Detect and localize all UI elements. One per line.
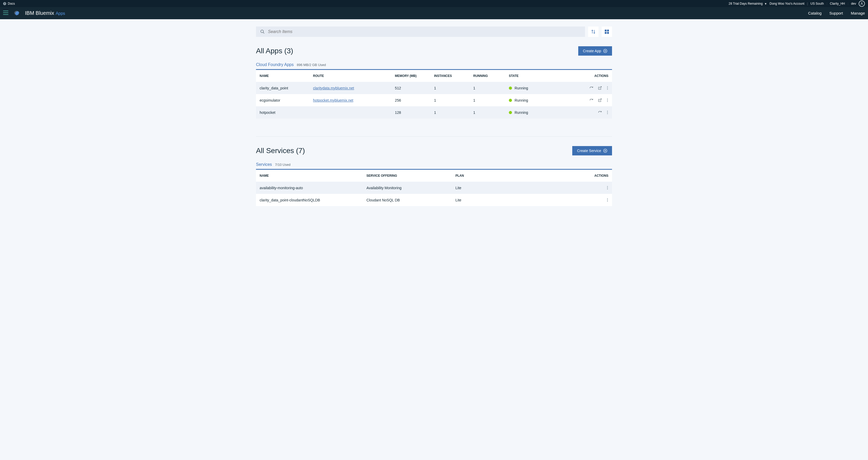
status-dot-icon [509, 87, 512, 90]
cell-running: 1 [470, 94, 505, 106]
space-selector[interactable]: dev [851, 2, 856, 5]
subtab-usage: 7/10 Used [275, 163, 290, 166]
services-section-head: All Services (7) Create Service [256, 146, 612, 155]
svg-point-4 [261, 30, 264, 33]
cell-name: hotpocket [256, 106, 310, 119]
account-name[interactable]: Dong Woo Yoo's Account [770, 2, 804, 5]
subtab-label: Cloud Foundry Apps [256, 62, 294, 67]
sort-icon [591, 29, 596, 34]
plus-circle-icon [603, 49, 607, 53]
search-input[interactable] [268, 29, 581, 34]
search-box[interactable] [256, 27, 585, 37]
table-row[interactable]: hotpocket12811Running [256, 106, 612, 119]
cell-instances: 1 [430, 82, 470, 94]
topbar: ? Docs 28 Trial Days Remaining ▼ Dong Wo… [0, 0, 868, 7]
table-row[interactable]: availability-monitoring-autoAvailability… [256, 182, 612, 194]
cell-instances: 1 [430, 94, 470, 106]
col-actions: ACTIONS [577, 170, 612, 182]
open-url-icon[interactable] [598, 98, 602, 102]
table-row[interactable]: clarity_data_pointclaritydata.mybluemix.… [256, 82, 612, 94]
topbar-right: 28 Trial Days Remaining ▼ Dong Woo Yoo's… [729, 1, 865, 7]
hamburger-icon[interactable] [3, 11, 8, 16]
restart-icon[interactable] [598, 111, 602, 114]
svg-rect-9 [607, 32, 609, 34]
svg-line-14 [599, 99, 601, 100]
brand-title: IBM Bluemix Apps [25, 10, 65, 16]
overflow-menu[interactable] [607, 110, 609, 115]
svg-rect-1 [3, 11, 8, 11]
create-app-button[interactable]: Create App [578, 46, 612, 56]
trial-days[interactable]: 28 Trial Days Remaining ▼ [729, 2, 767, 5]
cell-route: claritydata.mybluemix.net [310, 82, 392, 94]
svg-rect-8 [605, 32, 607, 34]
bluemix-logo-icon [13, 10, 20, 17]
apps-subtab[interactable]: Cloud Foundry Apps 896 MB/2 GB Used [256, 62, 612, 70]
org-selector[interactable]: Clarity_HH [830, 2, 845, 5]
table-row[interactable]: ecgsimulatorhotpocket.mybluemix.net25611… [256, 94, 612, 106]
divider: | [807, 2, 808, 5]
create-service-button[interactable]: Create Service [572, 146, 612, 155]
docs-link[interactable]: Docs [8, 2, 15, 5]
grid-view-button[interactable] [601, 27, 612, 37]
sort-button[interactable] [588, 27, 598, 37]
col-actions: ACTIONS [566, 70, 612, 82]
cell-actions [566, 94, 612, 106]
subtab-label: Services [256, 162, 272, 167]
cell-actions [577, 194, 612, 206]
apps-title: All Apps (3) [256, 47, 293, 55]
col-offering: SERVICE OFFERING [363, 170, 452, 182]
svg-rect-3 [3, 14, 8, 15]
svg-line-13 [599, 87, 601, 88]
svg-line-5 [263, 32, 264, 33]
services-subtab[interactable]: Services 7/10 Used [256, 162, 612, 170]
header-nav: Catalog Support Manage [808, 11, 865, 16]
cell-offering: Availability Monitoring [363, 182, 452, 194]
cell-state: Running [505, 82, 566, 94]
cell-route: hotpocket.mybluemix.net [310, 94, 392, 106]
docs-icon: ? [3, 2, 6, 5]
region-selector[interactable]: US South [811, 2, 824, 5]
svg-rect-2 [3, 12, 8, 13]
route-link[interactable]: claritydata.mybluemix.net [313, 86, 354, 90]
cell-memory: 512 [392, 82, 431, 94]
cell-memory: 128 [392, 106, 431, 119]
col-running: RUNNING [470, 70, 505, 82]
services-table-header: NAME SERVICE OFFERING PLAN ACTIONS [256, 170, 612, 182]
nav-support[interactable]: Support [829, 11, 843, 16]
col-instances: INSTANCES [430, 70, 470, 82]
table-row[interactable]: clarity_data_point-cloudantNoSQLDBClouda… [256, 194, 612, 206]
search-row [256, 27, 612, 37]
open-url-icon[interactable] [598, 86, 602, 90]
subtab-usage: 896 MB/2 GB Used [297, 63, 326, 67]
overflow-menu[interactable] [607, 185, 609, 190]
nav-manage[interactable]: Manage [851, 11, 865, 16]
overflow-menu[interactable] [607, 97, 609, 103]
overflow-menu[interactable] [607, 85, 609, 91]
svg-rect-6 [605, 30, 607, 31]
apps-table: NAME ROUTE MEMORY (MB) INSTANCES RUNNING… [256, 70, 612, 119]
avatar-icon[interactable] [859, 1, 865, 7]
cell-state: Running [505, 106, 566, 119]
cell-actions [577, 182, 612, 194]
cell-instances: 1 [430, 106, 470, 119]
restart-icon[interactable] [589, 98, 593, 102]
col-memory: MEMORY (MB) [392, 70, 431, 82]
cell-plan: Lite [452, 182, 577, 194]
route-link[interactable]: hotpocket.mybluemix.net [313, 98, 353, 102]
breadcrumb[interactable]: Apps [56, 11, 65, 16]
status-dot-icon [509, 99, 512, 102]
overflow-menu[interactable] [607, 197, 609, 203]
section-divider [256, 119, 612, 137]
cell-state: Running [505, 94, 566, 106]
caret-down-icon: ▼ [764, 2, 767, 5]
plus-circle-icon [603, 149, 607, 153]
apps-section-head: All Apps (3) Create App [256, 46, 612, 56]
cell-running: 1 [470, 82, 505, 94]
header: IBM Bluemix Apps Catalog Support Manage [0, 7, 868, 19]
header-left: IBM Bluemix Apps [3, 10, 65, 17]
restart-icon[interactable] [589, 86, 593, 90]
col-name: NAME [256, 70, 310, 82]
nav-catalog[interactable]: Catalog [808, 11, 822, 16]
services-title: All Services (7) [256, 147, 305, 155]
col-route: ROUTE [310, 70, 392, 82]
